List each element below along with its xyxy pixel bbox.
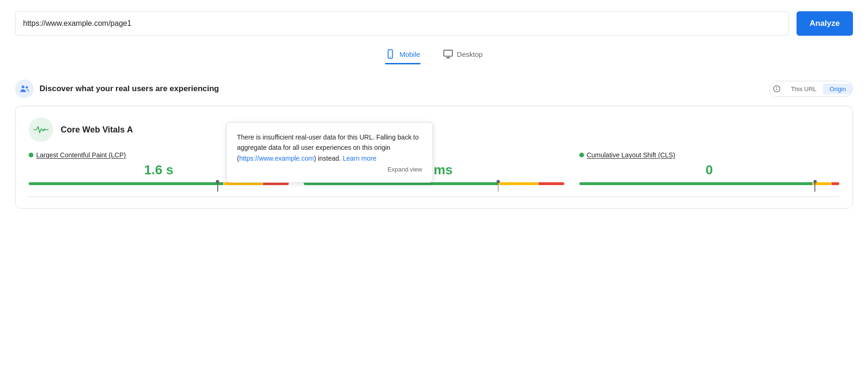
tooltip-popup: There is insufficient real-user data for… <box>226 122 433 183</box>
section-title: Discover what your real users are experi… <box>39 84 219 93</box>
tooltip-learn-more[interactable]: Learn more <box>343 155 377 162</box>
toggle-origin[interactable]: Origin <box>823 84 852 94</box>
cls-marker <box>813 179 817 192</box>
main-card: Core Web Vitals A There is insufficient … <box>15 106 853 209</box>
users-icon <box>19 83 30 94</box>
inp-marker <box>497 179 500 192</box>
section-avatar <box>15 79 34 98</box>
cwv-title: Core Web Vitals A <box>61 125 133 135</box>
section-header: Discover what your real users are experi… <box>15 79 853 98</box>
url-bar-row: Analyze <box>15 11 853 36</box>
inp-marker-line <box>498 183 499 192</box>
svg-point-6 <box>26 86 28 89</box>
metric-cls-label: Cumulative Layout Shift (CLS) <box>579 151 839 159</box>
metric-cls: Cumulative Layout Shift (CLS) 0 <box>579 151 839 185</box>
lcp-status-dot <box>29 153 33 157</box>
svg-rect-2 <box>443 50 452 56</box>
url-input[interactable] <box>15 11 789 36</box>
toggle-group: This URL Origin <box>769 81 853 97</box>
analyze-button[interactable]: Analyze <box>797 11 853 36</box>
tooltip-text-after: ) instead. <box>314 155 342 162</box>
cls-marker-line <box>814 183 815 192</box>
lcp-bar-green <box>29 182 223 185</box>
svg-point-5 <box>22 85 24 88</box>
expand-view-button[interactable]: Expand view <box>387 165 422 175</box>
inp-bar-red <box>538 182 564 185</box>
desktop-icon <box>443 49 453 59</box>
cwv-header: Core Web Vitals A There is insufficient … <box>29 117 839 142</box>
card-divider <box>29 196 839 197</box>
tab-mobile[interactable]: Mobile <box>385 49 420 64</box>
inp-marker-dot <box>497 180 500 183</box>
svg-point-10 <box>43 129 45 131</box>
tab-mobile-label: Mobile <box>399 50 420 58</box>
tabs-row: Mobile Desktop <box>15 49 853 64</box>
cls-bar-wrapper <box>579 182 839 185</box>
cls-marker-dot <box>813 180 817 183</box>
svg-point-11 <box>42 130 44 132</box>
lcp-label-link[interactable]: Largest Contentful Paint (LCP) <box>36 151 126 159</box>
cls-bar-green <box>579 182 813 185</box>
cls-value: 0 <box>579 163 839 178</box>
lcp-marker-dot <box>216 180 219 183</box>
tab-desktop[interactable]: Desktop <box>443 49 483 64</box>
toggle-this-url[interactable]: This URL <box>784 84 823 94</box>
cls-status-dot <box>579 153 584 157</box>
cls-bar-red <box>831 182 839 185</box>
tab-desktop-label: Desktop <box>457 50 483 58</box>
pulse-icon <box>33 124 48 135</box>
inp-bar-orange <box>499 182 538 185</box>
cwv-icon-circle <box>29 117 53 142</box>
toggle-info-button[interactable] <box>769 81 784 96</box>
cls-label-link[interactable]: Cumulative Layout Shift (CLS) <box>587 151 675 159</box>
cls-progress-bar <box>579 182 839 185</box>
info-icon <box>773 85 781 93</box>
lcp-marker-line <box>217 183 218 192</box>
lcp-marker <box>216 179 219 192</box>
mobile-icon <box>385 49 395 59</box>
metrics-row: Largest Contentful Paint (LCP) 1.6 s Int… <box>29 151 839 185</box>
section-title-group: Discover what your real users are experi… <box>15 79 219 98</box>
tooltip-origin-link[interactable]: https://www.example.com <box>239 155 314 162</box>
svg-point-1 <box>390 56 391 57</box>
